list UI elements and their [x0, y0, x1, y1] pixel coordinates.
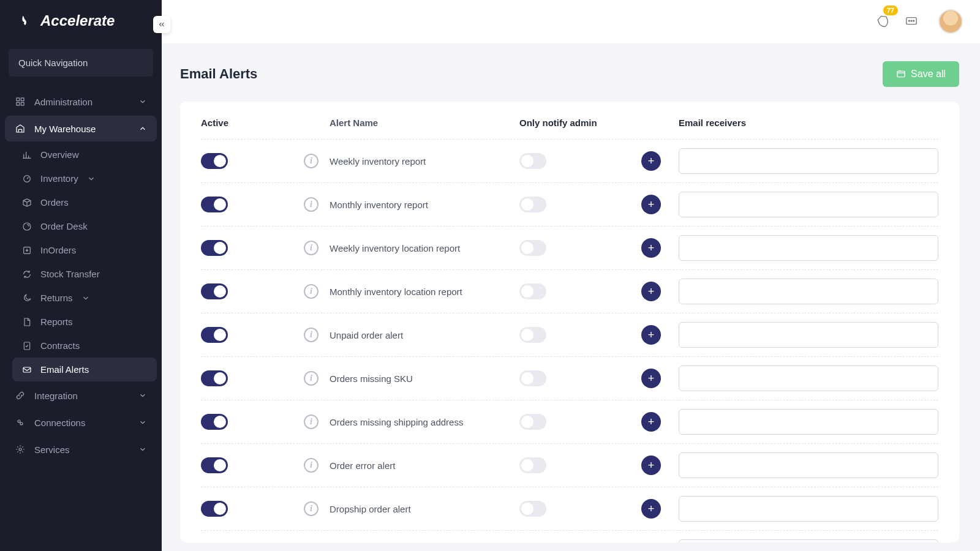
sidebar-item-label: Inventory — [40, 173, 78, 184]
sidebar-item-label: My Warehouse — [34, 124, 130, 134]
table-header: Active Alert Name Only notify admin Emai… — [201, 118, 938, 139]
info-icon[interactable]: i — [304, 284, 318, 299]
sidebar-subitem-overview[interactable]: Overview — [12, 143, 157, 167]
only-admin-toggle[interactable] — [519, 283, 546, 299]
alert-name: Weekly inventory report — [330, 156, 519, 167]
only-admin-toggle[interactable] — [519, 240, 546, 256]
page-title: Email Alerts — [180, 66, 257, 82]
email-receivers-input[interactable] — [679, 192, 938, 217]
chevron-down-icon — [87, 174, 96, 183]
active-toggle[interactable] — [201, 327, 228, 343]
email-receivers-input[interactable] — [679, 148, 938, 174]
alert-name: Weekly inventory location report — [330, 243, 519, 253]
sidebar-subitem-inventory[interactable]: Inventory — [12, 167, 157, 190]
sidebar-subitem-stock-transfer[interactable]: Stock Transfer — [12, 262, 157, 286]
info-icon[interactable]: i — [304, 371, 318, 386]
active-toggle[interactable] — [201, 501, 228, 517]
active-toggle[interactable] — [201, 153, 228, 169]
email-receivers-input[interactable] — [679, 496, 938, 522]
active-toggle[interactable] — [201, 414, 228, 430]
chevron-down-icon — [81, 294, 90, 302]
add-receiver-button[interactable]: + — [641, 282, 661, 301]
sidebar-collapse-button[interactable] — [153, 16, 170, 33]
add-receiver-button[interactable]: + — [641, 412, 661, 432]
link-icon — [15, 390, 26, 401]
info-icon[interactable]: i — [304, 154, 318, 168]
add-receiver-button[interactable]: + — [641, 369, 661, 388]
add-receiver-button[interactable]: + — [641, 195, 661, 214]
svg-point-14 — [911, 20, 912, 21]
sidebar-item-label: Contracts — [40, 340, 80, 351]
alert-name: Order error alert — [330, 460, 519, 471]
box-icon — [22, 198, 32, 208]
alert-name: Dropship order alert — [330, 504, 519, 514]
table-row: i Order error alert + — [201, 443, 938, 487]
svg-point-11 — [19, 448, 21, 451]
only-admin-toggle[interactable] — [519, 414, 546, 430]
brand: Accelerate — [0, 0, 162, 47]
svg-point-5 — [23, 223, 31, 230]
svg-point-15 — [913, 20, 914, 21]
only-admin-toggle[interactable] — [519, 153, 546, 169]
sidebar-subitem-returns[interactable]: Returns — [12, 286, 157, 310]
warehouse-icon — [15, 123, 26, 134]
topbar: 77 — [162, 0, 980, 43]
only-admin-toggle[interactable] — [519, 370, 546, 386]
info-icon[interactable]: i — [304, 458, 318, 473]
sidebar-item-administration[interactable]: Administration — [5, 89, 157, 114]
add-receiver-button[interactable]: + — [641, 455, 661, 475]
sidebar-item-my-warehouse[interactable]: My Warehouse — [5, 116, 157, 141]
sidebar-subitem-inorders[interactable]: InOrders — [12, 238, 157, 262]
plug-icon — [15, 417, 26, 428]
add-receiver-button[interactable]: + — [641, 325, 661, 345]
messages-button[interactable] — [904, 14, 919, 29]
email-receivers-input[interactable] — [679, 322, 938, 348]
info-icon[interactable]: i — [304, 197, 318, 212]
alert-name: Monthly inventory report — [330, 200, 519, 210]
only-admin-toggle[interactable] — [519, 197, 546, 212]
sync-icon — [22, 269, 32, 279]
notifications-button[interactable]: 77 — [876, 14, 891, 29]
table-row: i Unpaid order alert + — [201, 313, 938, 356]
active-toggle[interactable] — [201, 240, 228, 256]
only-admin-toggle[interactable] — [519, 457, 546, 473]
info-icon[interactable]: i — [304, 414, 318, 429]
info-icon[interactable]: i — [304, 501, 318, 516]
info-icon[interactable]: i — [304, 328, 318, 342]
email-receivers-input[interactable] — [679, 279, 938, 304]
sidebar-item-integration[interactable]: Integration — [5, 383, 157, 408]
sidebar-item-connections[interactable]: Connections — [5, 410, 157, 435]
add-receiver-button[interactable]: + — [641, 151, 661, 171]
active-toggle[interactable] — [201, 370, 228, 386]
email-receivers-input[interactable] — [679, 365, 938, 391]
save-all-button[interactable]: Save all — [883, 61, 959, 87]
table-row: i Weekly order report + — [201, 530, 938, 542]
sidebar-subitem-email-alerts[interactable]: Email Alerts — [12, 358, 157, 381]
sidebar-subitem-orders[interactable]: Orders — [12, 190, 157, 214]
only-admin-toggle[interactable] — [519, 327, 546, 343]
alert-name: Monthly inventory location report — [330, 287, 519, 297]
sidebar-item-services[interactable]: Services — [5, 437, 157, 462]
sidebar-subitem-order-desk[interactable]: Order Desk — [12, 214, 157, 238]
email-receivers-input[interactable] — [679, 452, 938, 478]
active-toggle[interactable] — [201, 457, 228, 473]
active-toggle[interactable] — [201, 283, 228, 299]
doc-check-icon — [22, 341, 32, 351]
chevron-up-icon — [138, 124, 147, 133]
sidebar-subitem-contracts[interactable]: Contracts — [12, 334, 157, 358]
sidebar-subitem-reports[interactable]: Reports — [12, 310, 157, 334]
email-receivers-input[interactable] — [679, 235, 938, 261]
sidebar-item-label: InOrders — [40, 245, 76, 255]
quick-navigation[interactable]: Quick Navigation — [9, 49, 153, 77]
brand-logo-icon — [17, 13, 33, 29]
active-toggle[interactable] — [201, 197, 228, 212]
email-receivers-input[interactable] — [679, 409, 938, 435]
add-receiver-button[interactable]: + — [641, 238, 661, 258]
info-icon[interactable]: i — [304, 241, 318, 255]
table-row: i Weekly inventory location report + — [201, 226, 938, 269]
add-receiver-button[interactable]: + — [641, 499, 661, 519]
email-receivers-input[interactable] — [679, 539, 938, 542]
avatar[interactable] — [938, 9, 963, 34]
only-admin-toggle[interactable] — [519, 501, 546, 517]
sidebar-item-label: Connections — [34, 418, 130, 428]
